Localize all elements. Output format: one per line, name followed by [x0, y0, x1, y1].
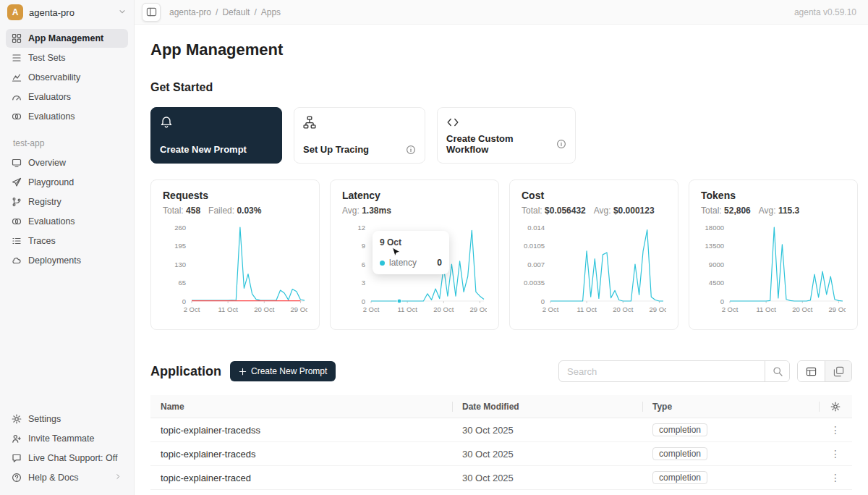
app-type-badge: completion: [652, 423, 707, 436]
card-label: Set Up Tracing: [303, 144, 369, 155]
tooltip-series: latency: [389, 258, 417, 268]
get-started-heading: Get Started: [150, 81, 852, 94]
column-header-name: Name: [150, 395, 452, 418]
svg-text:18000: 18000: [705, 224, 724, 232]
app-date-modified: 27 Oct 2025: [452, 490, 642, 495]
table-row[interactable]: career-assessment 27 Oct 2025 completion…: [150, 490, 852, 495]
monitor-icon: [12, 158, 22, 168]
svg-text:130: 130: [174, 261, 186, 268]
row-menu-button[interactable]: ⋮: [827, 424, 843, 436]
table-view-button[interactable]: [798, 361, 825, 381]
sidebar-item-label: Evaluations: [28, 216, 75, 227]
svg-text:2 Oct: 2 Oct: [184, 305, 200, 313]
sidebar-item-evaluations[interactable]: Evaluations: [6, 107, 128, 126]
sidebar-item-evaluators[interactable]: Evaluators: [6, 88, 128, 106]
card-view-button[interactable]: [825, 361, 851, 381]
sidebar-toggle-button[interactable]: [142, 3, 161, 22]
sidebar-item-app-management[interactable]: App Management: [6, 29, 128, 48]
row-menu-button[interactable]: ⋮: [827, 448, 843, 460]
table-row[interactable]: topic-explainer-traced 30 Oct 2025 compl…: [150, 466, 852, 490]
sidebar-item-label: Deployments: [28, 255, 81, 266]
sidebar-item-observability[interactable]: Observability: [6, 68, 128, 87]
sidebar-item-deployments[interactable]: Deployments: [6, 251, 128, 270]
svg-text:13500: 13500: [705, 242, 724, 250]
column-header-date-modified: Date Modified: [452, 395, 642, 418]
app-name: career-assessment: [150, 490, 452, 495]
search-box: [558, 360, 790, 382]
info-icon[interactable]: [556, 139, 566, 149]
set-up-tracing-card[interactable]: Set Up Tracing: [294, 107, 425, 164]
grid-icon: [12, 33, 22, 43]
app-date-modified: 30 Oct 2025: [452, 442, 642, 465]
svg-text:3: 3: [362, 279, 365, 287]
sidebar-item-playground[interactable]: Playground: [6, 173, 128, 192]
sidebar-item-label: App Management: [28, 33, 103, 43]
circles-icon: [12, 216, 22, 227]
circles-icon: [12, 111, 22, 122]
sidebar-item-label: Live Chat Support: Off: [28, 453, 117, 463]
create-custom-workflow-card[interactable]: Create Custom Workflow: [437, 107, 576, 164]
sidebar-item-live-chat-support[interactable]: Live Chat Support: Off: [6, 449, 128, 468]
stat-subtitle: Total: $0.056432 Avg: $0.000123: [522, 206, 666, 216]
card-label: Create Custom Workflow: [446, 133, 556, 155]
sidebar-item-help-docs[interactable]: Help & Docs: [6, 468, 128, 487]
plus-icon: [239, 368, 247, 376]
breadcrumb-project[interactable]: Default: [222, 7, 250, 17]
search-input[interactable]: [559, 361, 765, 381]
table-tools: [558, 360, 852, 382]
sidebar-app-section-label: test-app: [6, 127, 128, 153]
create-new-prompt-button[interactable]: Create New Prompt: [230, 361, 336, 381]
table-row[interactable]: topic-explainer-traceds 30 Oct 2025 comp…: [150, 442, 852, 466]
create-new-prompt-card[interactable]: Create New Prompt: [150, 107, 282, 164]
chevron-down-icon: [118, 7, 127, 18]
svg-text:9: 9: [362, 242, 365, 250]
table-row[interactable]: topic-explainer-tracedss 30 Oct 2025 com…: [150, 418, 852, 442]
question-circle-icon: [12, 473, 22, 483]
sidebar-nav: App Management Test Sets Observability E…: [0, 25, 134, 271]
search-icon[interactable]: [765, 361, 789, 381]
get-started-cards: Create New Prompt Set Up Tracing Create …: [150, 107, 852, 164]
gear-icon: [12, 414, 22, 424]
paper-plane-icon: [12, 177, 22, 187]
row-menu-button[interactable]: ⋮: [827, 472, 843, 483]
ordered-list-icon: [12, 236, 22, 246]
tokens-chart[interactable]: 18000135009000450002 Oct11 Oct20 Oct29 O…: [701, 223, 846, 319]
svg-text:11 Oct: 11 Oct: [218, 305, 239, 313]
svg-text:11 Oct: 11 Oct: [398, 305, 418, 313]
sidebar-item-registry[interactable]: Registry: [6, 192, 128, 211]
svg-text:2 Oct: 2 Oct: [542, 305, 559, 313]
sidebar-item-test-sets[interactable]: Test Sets: [6, 48, 128, 67]
sidebar-item-label: Settings: [28, 414, 61, 424]
info-icon[interactable]: [406, 145, 416, 155]
breadcrumb-page[interactable]: Apps: [261, 7, 281, 17]
column-settings-gear-icon[interactable]: [830, 402, 841, 412]
sidebar-item-app-evaluations[interactable]: Evaluations: [6, 212, 128, 231]
sidebar-item-settings[interactable]: Settings: [6, 410, 128, 428]
main-column: agenta-pro / Default / Apps agenta v0.59…: [135, 0, 868, 495]
mouse-cursor-icon: [391, 247, 401, 258]
card-label: Create New Prompt: [160, 144, 247, 155]
bell-icon: [160, 116, 173, 129]
sidebar-item-invite-teammate[interactable]: Invite Teammate: [6, 429, 128, 448]
apps-table: Name Date Modified Type topic-explainer-…: [150, 395, 852, 495]
app-name: topic-explainer-traceds: [150, 442, 452, 465]
breadcrumb-separator: /: [216, 7, 218, 17]
workspace-name: agenta-pro: [29, 7, 75, 18]
user-plus-icon: [12, 433, 22, 444]
svg-text:0.014: 0.014: [527, 224, 545, 232]
svg-text:2 Oct: 2 Oct: [722, 305, 739, 313]
requests-chart[interactable]: 2601951306502 Oct11 Oct20 Oct29 Oct: [163, 223, 307, 319]
workspace-selector[interactable]: A agenta-pro: [0, 0, 134, 25]
sidebar-item-overview[interactable]: Overview: [6, 153, 128, 172]
breadcrumb-workspace[interactable]: agenta-pro: [169, 7, 211, 17]
sidebar-item-traces[interactable]: Traces: [6, 232, 128, 250]
sidebar-item-label: Evaluations: [28, 111, 75, 122]
app-date-modified: 30 Oct 2025: [452, 418, 642, 441]
tooltip-value: 0: [437, 258, 442, 268]
stat-title: Tokens: [701, 190, 846, 201]
svg-text:29 Oct: 29 Oct: [469, 305, 487, 313]
cost-chart[interactable]: 0.0140.01050.0070.003502 Oct11 Oct20 Oct…: [522, 223, 666, 319]
table-body: topic-explainer-tracedss 30 Oct 2025 com…: [150, 418, 852, 495]
tooltip-date: 9 Oct: [380, 237, 442, 248]
svg-text:20 Oct: 20 Oct: [433, 305, 454, 313]
